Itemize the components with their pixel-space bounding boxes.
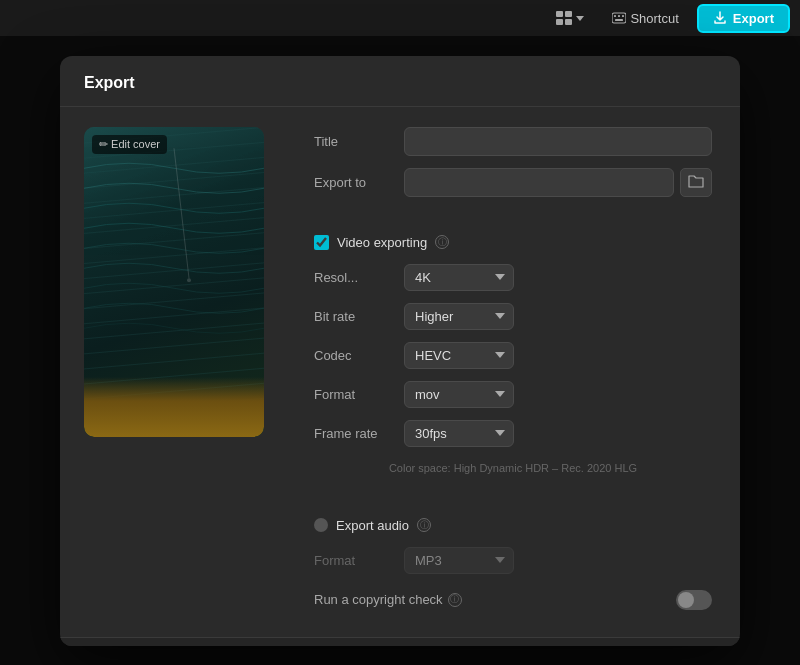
video-section-title: Video exporting: [337, 235, 427, 250]
layout-button[interactable]: [546, 7, 594, 29]
layout-icon: [556, 11, 572, 25]
export-to-row: Export to: [314, 168, 712, 197]
export-topbar-label: Export: [733, 11, 774, 26]
video-export-checkbox[interactable]: [314, 235, 329, 250]
copyright-info-icon[interactable]: ⓘ: [448, 593, 462, 607]
svg-rect-1: [565, 11, 572, 17]
svg-rect-5: [614, 15, 616, 17]
bitrate-label: Bit rate: [314, 309, 394, 324]
folder-icon: [688, 174, 704, 188]
bitrate-row: Bit rate Higher: [314, 303, 712, 330]
audio-info-icon[interactable]: ⓘ: [417, 518, 431, 532]
export-topbar-button[interactable]: Export: [697, 4, 790, 33]
svg-rect-7: [622, 15, 624, 17]
svg-point-10: [187, 278, 191, 282]
edit-cover-label: ✏ Edit cover: [99, 138, 160, 151]
export-to-field-group: [404, 168, 712, 197]
export-icon: [713, 11, 727, 25]
thumbnail-area: ✏ Edit cover: [84, 127, 284, 617]
svg-rect-4: [612, 13, 626, 23]
audio-format-row: Format MP3: [314, 547, 712, 574]
shortcut-label: Shortcut: [630, 11, 678, 26]
copyright-row: Run a copyright check ⓘ: [314, 590, 712, 610]
topbar: Shortcut Export: [0, 0, 800, 36]
audio-section-header: Export audio ⓘ: [314, 518, 712, 533]
water-svg: [84, 127, 264, 360]
modal-overlay: Export: [0, 36, 800, 665]
dialog-title: Export: [84, 74, 135, 91]
framerate-label: Frame rate: [314, 426, 394, 441]
copyright-label: Run a copyright check ⓘ: [314, 592, 676, 607]
dialog-footer: Duration: 12s | Size: 62M (estimated) Ca…: [60, 637, 740, 646]
browse-folder-button[interactable]: [680, 168, 712, 197]
bitrate-select[interactable]: Higher: [404, 303, 514, 330]
format-select[interactable]: mov: [404, 381, 514, 408]
title-input[interactable]: [404, 127, 712, 156]
framerate-select[interactable]: 30fps: [404, 420, 514, 447]
video-section-header: Video exporting ⓘ: [314, 235, 712, 250]
svg-rect-6: [618, 15, 620, 17]
export-to-label: Export to: [314, 175, 394, 190]
format-row: Format mov: [314, 381, 712, 408]
export-to-input[interactable]: [404, 168, 674, 197]
color-space-text: Color space: High Dynamic HDR – Rec. 202…: [314, 461, 712, 476]
dialog-body: ✏ Edit cover Title Export to: [60, 107, 740, 637]
dialog-header: Export: [60, 56, 740, 107]
svg-rect-8: [615, 19, 623, 21]
codec-row: Codec HEVC: [314, 342, 712, 369]
thumbnail-wrapper: ✏ Edit cover: [84, 127, 264, 437]
toggle-knob: [678, 592, 694, 608]
title-row: Title: [314, 127, 712, 156]
audio-format-select[interactable]: MP3: [404, 547, 514, 574]
svg-rect-2: [556, 19, 563, 25]
shortcut-button[interactable]: Shortcut: [602, 7, 688, 30]
format-label: Format: [314, 387, 394, 402]
resolution-label: Resol...: [314, 270, 394, 285]
edit-cover-button[interactable]: ✏ Edit cover: [92, 135, 167, 154]
codec-select[interactable]: HEVC: [404, 342, 514, 369]
codec-label: Codec: [314, 348, 394, 363]
svg-rect-0: [556, 11, 563, 17]
form-area: Title Export to: [314, 127, 716, 617]
svg-rect-3: [565, 19, 572, 25]
boat-bottom: [84, 377, 264, 437]
video-placeholder: [84, 127, 264, 437]
audio-section-title: Export audio: [336, 518, 409, 533]
audio-format-label: Format: [314, 553, 394, 568]
audio-toggle-indicator: [314, 518, 328, 532]
resolution-select[interactable]: 4K: [404, 264, 514, 291]
svg-line-9: [174, 148, 189, 278]
chevron-down-icon: [576, 16, 584, 21]
framerate-row: Frame rate 30fps: [314, 420, 712, 447]
copyright-toggle[interactable]: [676, 590, 712, 610]
keyboard-icon: [612, 12, 626, 24]
export-dialog: Export: [60, 56, 740, 646]
video-info-icon[interactable]: ⓘ: [435, 235, 449, 249]
resolution-row: Resol... 4K: [314, 264, 712, 291]
title-label: Title: [314, 134, 394, 149]
